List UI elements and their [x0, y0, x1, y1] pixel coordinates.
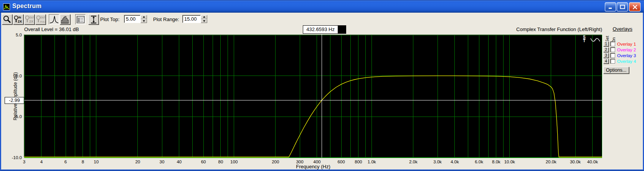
magnifier-icon — [3, 15, 12, 24]
zoom-out-2x-icon: OUT 2X — [25, 15, 34, 24]
overlay-set-button[interactable]: 1 — [603, 41, 609, 46]
peak-curve-icon — [50, 15, 59, 24]
title-bar[interactable]: Spectrum — [0, 0, 644, 13]
close-button[interactable] — [629, 2, 641, 12]
zoom-in-2x-button[interactable]: IN 2X — [13, 14, 23, 25]
overlay-row: 4 Overlay 4 — [603, 58, 636, 64]
overlay-label: Overlay 4 — [617, 59, 636, 64]
svg-text:2X: 2X — [18, 20, 22, 23]
plot-top-input[interactable]: 5.00 — [124, 15, 140, 23]
spin-up-icon[interactable] — [140, 15, 147, 19]
overlay-label: Overlay 1 — [617, 42, 636, 46]
overlays-list: 1 Overlay 1 2 Overlay 2 3 Overlay 3 4 Ov… — [603, 41, 636, 64]
window-border — [0, 13, 1, 171]
x-axis-title: Frequency (Hz) — [24, 164, 602, 169]
window-title: Spectrum — [12, 3, 41, 10]
maximize-icon — [620, 5, 625, 9]
plot-top-spinner[interactable] — [140, 15, 147, 23]
zoom-in-2x-icon: IN 2X — [14, 15, 23, 24]
cursor-db-readout[interactable]: -2.99 — [5, 97, 24, 104]
spin-down-icon[interactable] — [140, 19, 147, 23]
toolbar: IN 2X OUT 2X OUT FULL — [1, 13, 643, 25]
y-axis-title: Relative Amplitude (dB) — [13, 72, 18, 120]
svg-text:-10.0: -10.0 — [12, 155, 22, 160]
app-icon — [3, 3, 10, 10]
histogram-display-button[interactable] — [60, 14, 70, 25]
overlay-row: 3 Overlay 3 — [603, 53, 636, 58]
curve-display-button[interactable] — [49, 14, 59, 25]
svg-text:2X: 2X — [29, 20, 33, 23]
overlays-heading: Overlays — [604, 26, 641, 32]
zoom-out-full-button: OUT FULL — [35, 14, 46, 25]
histogram-icon — [61, 15, 70, 24]
settings-dialog-icon — [76, 15, 85, 24]
plot-title: Complex Transfer Function (Left/Right) — [516, 26, 602, 32]
plot-range-spinner[interactable] — [201, 15, 207, 23]
zoom-out-full-icon: OUT FULL — [36, 15, 45, 24]
window-border — [0, 169, 644, 171]
svg-text:OUT: OUT — [40, 16, 45, 19]
overlay-row: 1 Overlay 1 — [603, 41, 636, 47]
plot-top-label: Plot Top: — [100, 16, 119, 22]
minimize-button[interactable] — [605, 2, 616, 12]
zoom-tool-button[interactable] — [2, 14, 12, 25]
maximize-button[interactable] — [617, 2, 628, 12]
spectrum-plot[interactable]: 5.00.0-5.0-10.03468102030406080100200300… — [24, 35, 602, 158]
fit-vertical-button[interactable] — [88, 14, 99, 25]
display-settings-button[interactable] — [75, 14, 86, 25]
vertical-fit-icon — [89, 15, 98, 24]
spectrum-transfer-mode-icon: ST — [583, 35, 586, 43]
plot-canvas: 5.00.0-5.0-10.03468102030406080100200300… — [24, 35, 602, 158]
overlay-label: Overlay 2 — [617, 48, 636, 52]
cursor-frequency-value: 432.6593 Hz — [303, 26, 338, 33]
overlay-on-checkbox[interactable] — [610, 41, 615, 46]
svg-text:FULL: FULL — [40, 21, 45, 23]
cursor-readout-handle[interactable] — [338, 26, 346, 33]
plot-range-label: Plot Range: — [153, 16, 179, 22]
overlay-row: 2 Overlay 2 — [603, 47, 636, 53]
overlay-on-checkbox[interactable] — [610, 47, 615, 52]
overlay-set-button[interactable]: 2 — [603, 47, 609, 52]
sine-wave-icon — [590, 36, 601, 44]
plot-range-input[interactable]: 15.00 — [182, 15, 201, 23]
svg-text:5.0: 5.0 — [16, 33, 22, 37]
overlay-on-checkbox[interactable] — [610, 59, 615, 64]
svg-text:OUT: OUT — [29, 16, 34, 19]
spin-down-icon[interactable] — [201, 19, 207, 23]
spin-up-icon[interactable] — [201, 15, 207, 19]
overall-level-readout: Overall Level = 36.01 dB — [24, 26, 79, 32]
svg-text:IN: IN — [18, 16, 21, 19]
overlay-label: Overlay 3 — [617, 53, 636, 58]
minimize-icon — [608, 5, 613, 9]
overlays-options-button[interactable]: Options... — [603, 67, 629, 74]
close-icon — [632, 5, 637, 10]
overlay-set-button[interactable]: 4 — [603, 59, 609, 64]
overlay-set-button[interactable]: 3 — [603, 53, 609, 58]
zoom-out-2x-button: OUT 2X — [24, 14, 35, 25]
spectrum-window: Spectrum IN 2X — [0, 0, 644, 171]
overlay-on-checkbox[interactable] — [610, 53, 615, 58]
cursor-frequency-readout[interactable]: 432.6593 Hz — [303, 25, 346, 34]
